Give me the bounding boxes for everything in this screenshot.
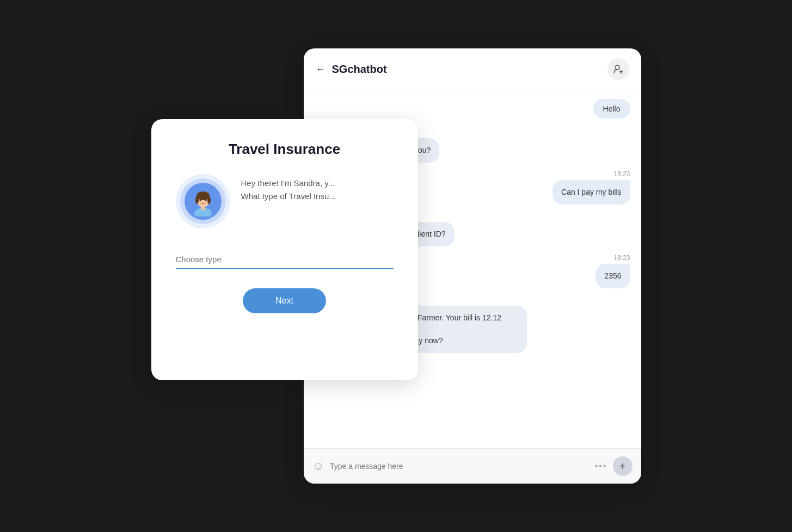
next-button[interactable]: Next [243,288,326,313]
description-text: Hey there! I'm Sandra, y...What type of … [241,174,336,203]
avatar-wrapper [176,174,230,228]
svg-point-5 [207,196,211,204]
message-meta: 18:23 [613,254,630,262]
chat-header-left: ← SGchatbot [316,63,387,76]
add-user-icon [613,64,624,75]
svg-point-6 [199,200,201,201]
message-bubble: Hello [593,99,630,119]
message-bubble: 2356 [595,264,630,288]
add-user-button[interactable] [607,58,629,80]
more-options-button[interactable]: ••• [595,461,607,471]
insurance-card-title: Travel Insurance [229,141,340,158]
chat-header: ← SGchatbot [304,48,641,90]
insurance-card: Travel Insurance [151,119,418,380]
svg-point-8 [615,65,619,70]
avatar-icon [188,186,218,216]
chat-title: SGchatbot [332,63,387,76]
avatar-circle [185,183,222,220]
add-attachment-button[interactable]: + [613,456,633,476]
svg-point-7 [205,200,206,201]
back-button[interactable]: ← [316,64,326,75]
message-row: Hello [315,99,630,121]
chat-footer: ☺ ••• + [304,448,641,484]
input-section: Next [176,250,394,313]
avatar-area: Hey there! I'm Sandra, y...What type of … [176,174,394,228]
emoji-button[interactable]: ☺ [312,459,324,473]
message-meta: 18:23 [613,170,630,178]
message-bubble: Can I pay my bills [552,180,630,205]
message-input[interactable] [330,462,590,471]
type-input[interactable] [176,250,394,269]
svg-point-4 [195,196,199,204]
